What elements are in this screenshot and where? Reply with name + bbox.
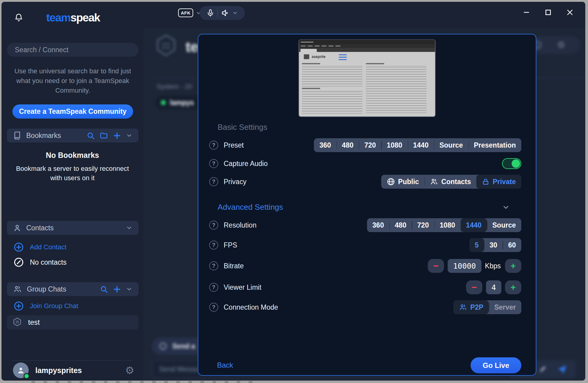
no-bookmarks-title: No Bookmarks [2, 151, 143, 160]
preset-row: ? Preset 36048072010801440SourcePresenta… [209, 138, 521, 152]
contacts-section-header[interactable]: Contacts [7, 221, 139, 235]
fps-segmented-control: 53060 [469, 238, 521, 252]
segment-option[interactable]: 1080 [434, 218, 461, 232]
audio-controls [200, 6, 245, 20]
slash-circle-icon [14, 257, 24, 267]
no-bookmarks-subtitle: Bookmark a server to easily reconnect wi… [14, 164, 131, 183]
advanced-settings-chevron-icon[interactable] [502, 203, 510, 211]
segment-option[interactable]: 1440 [408, 138, 434, 152]
logo-speak: speak [70, 11, 100, 24]
audio-divider [217, 9, 218, 17]
connection-mode-segmented-control: P2P Server [453, 300, 521, 314]
create-community-button[interactable]: Create a TeamSpeak Community [12, 104, 133, 119]
fps-label: FPS [224, 241, 237, 249]
help-icon[interactable]: ? [209, 159, 218, 168]
add-contact-button[interactable]: Add Contact [14, 242, 66, 252]
join-group-chat-label: Join Group Chat [30, 302, 78, 310]
contacts-chevron-down-icon[interactable] [126, 225, 133, 231]
microphone-icon[interactable] [206, 9, 214, 17]
resolution-row: ? Resolution 36048072010801440Source [209, 218, 521, 232]
help-icon[interactable]: ? [209, 141, 218, 150]
help-icon[interactable]: ? [209, 303, 218, 312]
no-contacts-row: No contacts [14, 257, 66, 267]
app-window: tes ⚙ System - 20 lampys Send a Send Mes… [2, 2, 585, 381]
window-maximize-button[interactable] [544, 8, 552, 16]
privacy-row: ? Privacy Public Contacts Private [209, 174, 521, 189]
window-minimize-button[interactable] [522, 8, 530, 16]
group-chats-search-icon[interactable] [100, 285, 108, 293]
segment-option[interactable]: 1440 [461, 218, 487, 232]
privacy-option-private[interactable]: Private [476, 175, 521, 189]
speaker-icon[interactable] [221, 9, 229, 17]
bitrate-decrease-button[interactable]: − [428, 259, 444, 273]
segment-option[interactable]: 480 [337, 138, 359, 152]
bookmarks-section-header[interactable]: Bookmarks [7, 129, 139, 142]
bookmarks-add-icon[interactable] [113, 132, 121, 140]
privacy-option-public[interactable]: Public [381, 175, 424, 189]
group-chats-title: Group Chats [27, 285, 66, 293]
join-group-chat-button[interactable]: Join Group Chat [14, 301, 78, 311]
viewer-limit-row: ? Viewer Limit − 4 + [209, 280, 521, 295]
segment-option[interactable]: 360 [367, 218, 389, 232]
bitrate-increase-button[interactable]: + [505, 259, 521, 273]
settings-icon[interactable]: ⚙ [557, 40, 565, 49]
segment-option[interactable]: 60 [503, 238, 521, 252]
viewer-limit-decrease-button[interactable]: − [466, 280, 482, 294]
segment-option[interactable]: 720 [412, 218, 434, 232]
bookmarks-search-icon[interactable] [87, 132, 95, 140]
plus-circle-icon [14, 242, 24, 252]
back-button[interactable]: Back [217, 361, 233, 369]
group-chats-chevron-down-icon[interactable] [126, 286, 133, 292]
viewer-limit-label: Viewer Limit [224, 283, 261, 292]
privacy-option-contacts[interactable]: Contacts [424, 175, 476, 189]
help-icon[interactable]: ? [209, 221, 218, 230]
stream-preview-thumbnail: aseprite [299, 39, 436, 117]
group-chat-hexagon-icon [12, 317, 23, 328]
notifications-bell-icon[interactable] [14, 13, 23, 22]
segment-option[interactable]: 30 [484, 238, 503, 252]
connection-mode-p2p[interactable]: P2P [453, 300, 489, 314]
viewer-limit-increase-button[interactable]: + [505, 280, 521, 294]
sidebar: Use the universal search bar to find jus… [2, 28, 143, 381]
help-icon[interactable]: ? [209, 283, 218, 292]
segment-option[interactable]: 480 [389, 218, 412, 232]
settings-gear-icon[interactable]: ⚙ [125, 365, 134, 375]
preset-segmented-control: 36048072010801440SourcePresentation [314, 138, 521, 152]
logo-team: team [46, 11, 70, 24]
go-live-button[interactable]: Go Live [471, 357, 521, 373]
segment-option[interactable]: Source [434, 138, 468, 152]
group-chat-item[interactable]: test [7, 315, 139, 330]
segment-option[interactable]: 1080 [381, 138, 407, 152]
current-user-name: lampysprites [35, 366, 82, 375]
help-icon[interactable]: ? [209, 261, 218, 270]
bookmarks-folder-icon[interactable] [100, 131, 108, 140]
attachment-icon[interactable] [538, 364, 548, 374]
segment-option[interactable]: Presentation [468, 138, 521, 152]
help-icon[interactable]: ? [209, 177, 218, 186]
connection-mode-row: ? Connection Mode P2P Server [209, 300, 521, 314]
segment-option[interactable]: 720 [359, 138, 381, 152]
go-live-settings-modal: aseprite Basic [198, 34, 536, 376]
help-icon[interactable]: ? [209, 241, 218, 250]
preview-aseprite-logo: aseprite [312, 55, 326, 59]
search-intro-text: Use the universal search bar to find jus… [7, 66, 139, 95]
group-chats-add-icon[interactable] [113, 285, 121, 293]
search-input[interactable] [7, 43, 139, 57]
segment-option[interactable]: 360 [314, 138, 336, 152]
avatar[interactable] [13, 362, 29, 378]
connection-mode-server[interactable]: Server [489, 300, 521, 314]
bitrate-row: ? Bitrate − 10000 Kbps + [209, 259, 521, 273]
afk-status-badge[interactable]: AFK [178, 8, 193, 17]
group-chats-section-header[interactable]: Group Chats [7, 282, 139, 296]
teamspeak-logo: teamspeak [46, 11, 100, 24]
bitrate-label: Bitrate [224, 262, 244, 270]
segment-option[interactable]: 5 [469, 238, 484, 252]
person-icon [13, 224, 21, 232]
segment-option[interactable]: Source [487, 218, 521, 232]
bookmarks-chevron-down-icon[interactable] [126, 132, 133, 139]
add-contact-label: Add Contact [30, 243, 66, 251]
capture-audio-toggle[interactable] [502, 158, 521, 169]
window-close-button[interactable] [566, 8, 574, 16]
send-message-icon[interactable] [557, 364, 567, 375]
audio-chevron-down-icon[interactable] [232, 10, 238, 16]
